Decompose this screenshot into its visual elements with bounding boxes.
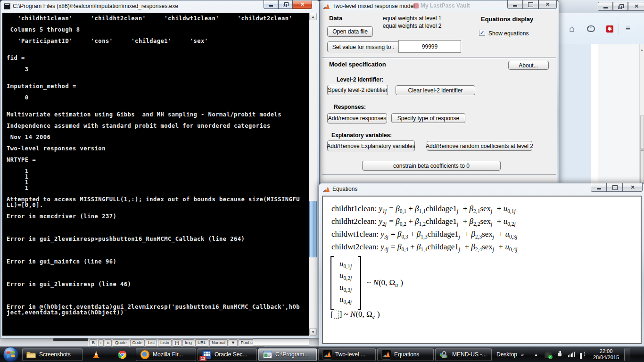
console-scrollbar[interactable]: ▲ ▼ — [309, 13, 317, 336]
taskbar-console-active[interactable]: C:\Program... — [258, 348, 317, 361]
editor-toolbar: BiuQuoteCodeListList=[*]ImgURLNormal▼Fon… — [88, 338, 266, 346]
add-remove-explanatory-button[interactable]: Add/Remove Explanatory variables — [327, 140, 415, 151]
editor-button[interactable]: [*] — [173, 339, 182, 346]
editor-button[interactable]: URL — [195, 339, 208, 346]
desktop-toolbar[interactable]: Desktop » — [493, 348, 529, 361]
equation-line: childwt2clean: y4j = β0,4 + β1,4childage… — [331, 242, 518, 255]
hamburger-menu-icon[interactable]: ≡ — [622, 23, 634, 35]
close-icon[interactable]: ✕ — [628, 2, 644, 11]
add-remove-responses-button[interactable]: Add/remove responses — [327, 113, 387, 123]
taskbar-screenshots[interactable]: Screenshots — [22, 348, 83, 361]
scroll-down-icon[interactable]: ▼ — [309, 328, 317, 336]
u-vector-row: u0,4j — [339, 295, 352, 306]
taskbar-mendus[interactable]: MEND-US -... — [435, 348, 492, 361]
show-desktop-button[interactable] — [624, 348, 630, 361]
restore-icon[interactable] — [613, 2, 628, 11]
equations-window-controls: ✕ — [591, 183, 643, 192]
responses-label: Responses: — [334, 104, 366, 110]
level2-identifier-label: Level-2 identifier: — [337, 76, 383, 83]
specify-type-button[interactable]: Specify type of response — [391, 113, 465, 123]
console-window: C:\Program Files (x86)\Realcom\Imputatio… — [0, 0, 320, 338]
matlab-icon — [322, 186, 330, 193]
folder-icon — [26, 349, 36, 360]
power-plug-icon[interactable] — [556, 351, 563, 358]
page-background — [591, 44, 598, 184]
add-remove-random-button[interactable]: Add/Remove random coefficients at level … — [427, 141, 532, 151]
editor-button[interactable]: Quote — [113, 339, 129, 346]
taskbar-equations-window[interactable]: Equations — [377, 348, 434, 361]
minimize-icon[interactable] — [507, 0, 523, 9]
page-scrollbar[interactable]: ▲ — [639, 44, 644, 184]
open-data-file-button[interactable]: Open data file — [327, 26, 373, 37]
home-icon[interactable]: ⌂ — [566, 23, 578, 35]
editor-button[interactable]: B — [90, 339, 97, 346]
matlab-icon — [381, 349, 391, 360]
firefox-titlebar[interactable]: ✕ — [558, 0, 644, 13]
matlab-icon — [322, 349, 332, 360]
section-separator — [322, 57, 556, 59]
editor-input[interactable] — [253, 338, 309, 346]
show-equations-checkbox[interactable]: ✓ — [479, 30, 485, 36]
specify-level2-button[interactable]: Specify level-2 identifier — [327, 85, 388, 95]
minimize-icon[interactable] — [591, 183, 607, 192]
u-vector-rows: u0,1ju0,2ju0,3ju0,4j — [334, 256, 358, 310]
chat-bubble-icon[interactable] — [585, 23, 597, 35]
editor-button[interactable]: List — [146, 339, 157, 346]
scroll-up-icon[interactable]: ▲ — [640, 48, 644, 51]
taskbar-chrome[interactable] — [110, 348, 134, 361]
clear-level2-button[interactable]: Clear level-2 identifier — [396, 85, 475, 95]
close-icon[interactable]: ✕ — [293, 0, 312, 9]
windows-logo-icon — [2, 346, 19, 362]
sync-status-icon[interactable] — [544, 351, 552, 358]
about-button[interactable]: About... — [508, 61, 549, 70]
minimize-icon[interactable] — [598, 2, 613, 11]
equations-canvas: childht1clean: y1j = β0,1 + β1,1childage… — [322, 196, 642, 344]
editor-button[interactable]: ▼ — [229, 339, 238, 346]
section-separator — [322, 174, 556, 176]
data-section-label: Data — [329, 15, 342, 22]
editor-button[interactable]: u — [105, 339, 112, 346]
editor-button[interactable]: Code — [130, 339, 145, 346]
weights-line2: equal weights at level 2 — [373, 23, 451, 29]
scroll-up-icon[interactable]: ▲ — [309, 13, 317, 20]
right-bracket — [358, 256, 361, 310]
u-vector-row: u0,3j — [339, 283, 352, 295]
missing-value-field[interactable]: 99999 — [398, 40, 461, 53]
start-button[interactable] — [1, 347, 21, 362]
weights-line1: equal weights at level 1 — [373, 15, 451, 22]
firefox-window-controls: ✕ — [598, 2, 644, 11]
desktop: ✕ ⌂ ✱ ≡ ▲ BiuQuoteCodeListList=[*]ImgURL… — [0, 0, 644, 362]
scrollbar-thumb[interactable] — [640, 115, 644, 183]
restore-icon[interactable] — [278, 0, 293, 9]
taskbar-oracle[interactable]: 13 Oracle Sec... — [198, 348, 257, 361]
maximize-icon[interactable] — [523, 0, 538, 9]
constrain-beta-button[interactable]: constrain beta coefficients to 0 — [362, 161, 501, 171]
overflow-chevron-icon[interactable]: » — [521, 352, 524, 357]
close-icon[interactable]: ✕ — [538, 0, 557, 9]
toolbar-separator — [619, 23, 619, 34]
lastpass-icon[interactable]: ✱ — [603, 23, 616, 35]
vlc-icon — [91, 349, 101, 360]
show-equations-label: Show equations — [488, 30, 528, 37]
taskbar-firefox[interactable]: Mozilla Fir... — [136, 348, 196, 361]
page-background — [598, 44, 639, 184]
editor-button[interactable]: i — [98, 339, 104, 346]
maximize-icon[interactable] — [607, 183, 623, 192]
empty-matrix-box — [334, 311, 339, 319]
taskbar-model-window[interactable]: Two-level ... — [318, 348, 376, 361]
editor-button[interactable]: List= — [158, 339, 172, 346]
editor-button[interactable]: Img — [182, 339, 194, 346]
editor-button[interactable]: Normal — [209, 339, 228, 346]
set-missing-value-button[interactable]: Set value for missing to : — [327, 41, 399, 52]
explanatory-label: Explanatory variables: — [331, 132, 392, 139]
network-signal-icon[interactable] — [568, 351, 575, 358]
close-icon[interactable]: ✕ — [623, 183, 643, 192]
show-hidden-icons[interactable]: ▲ — [532, 351, 540, 358]
scrollbar-thumb[interactable] — [309, 201, 317, 257]
speaker-icon[interactable] — [579, 351, 587, 358]
taskbar-clock[interactable]: 22:00 28/04/2015 — [593, 348, 619, 361]
page-background — [558, 44, 591, 184]
taskbar-vlc[interactable] — [84, 348, 108, 361]
e-left-bracket: [ — [330, 310, 333, 320]
minimize-icon[interactable] — [264, 0, 278, 9]
